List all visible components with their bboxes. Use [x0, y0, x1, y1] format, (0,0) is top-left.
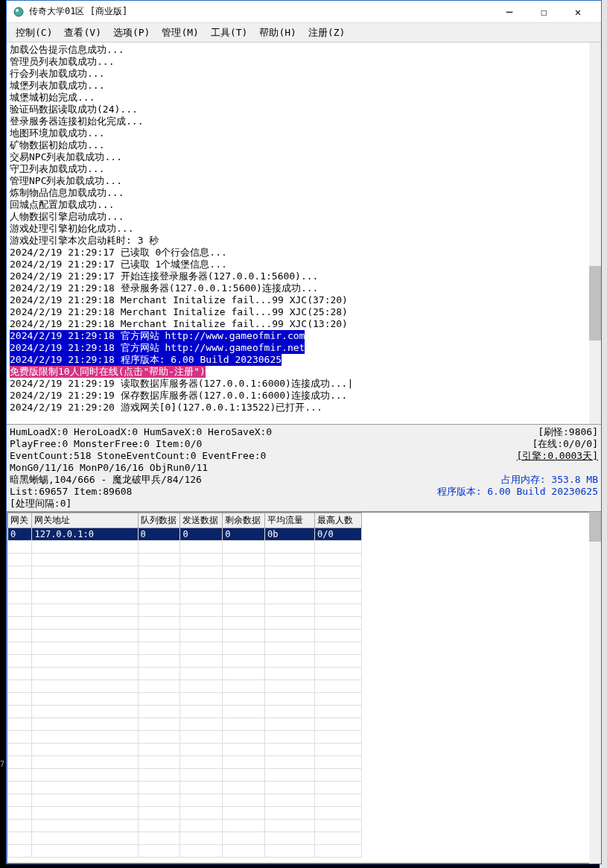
menu-register[interactable]: 注册(Z)	[302, 24, 351, 42]
grid-scrollbar[interactable]	[589, 512, 601, 864]
log-line: 2024/2/19 21:29:18 登录服务器(127.0.0.1:5600)…	[10, 282, 598, 294]
menu-control[interactable]: 控制(C)	[10, 24, 58, 42]
table-row[interactable]	[8, 693, 362, 706]
table-row[interactable]	[8, 668, 362, 680]
table-row[interactable]	[8, 832, 362, 845]
grid-header[interactable]: 平均流量	[265, 513, 315, 528]
log-line: 2024/2/19 21:29:18 官方网站 http://www.gameo…	[10, 330, 598, 342]
grid-header[interactable]: 发送数据	[180, 513, 223, 528]
log-line: 守卫列表加载成功...	[10, 163, 598, 175]
log-line: 免费版限制10人同时在线(点击"帮助-注册")	[10, 366, 598, 378]
log-line: 2024/2/19 21:29:18 Merchant Initalize fa…	[10, 294, 598, 306]
gateway-table-area: 网关网关地址队列数据发送数据剩余数据平均流量最高人数 0127.0.0.1:00…	[7, 512, 601, 864]
log-line: 矿物数据初始成功...	[10, 139, 598, 151]
table-row[interactable]	[8, 756, 362, 769]
grid-header[interactable]: 剩余数据	[223, 513, 265, 528]
table-row[interactable]	[8, 718, 362, 731]
log-line: 管理员列表加载成功...	[10, 56, 598, 68]
minimize-button[interactable]: ─	[492, 1, 527, 23]
log-line: 炼制物品信息加载成功...	[10, 187, 598, 199]
menu-tools[interactable]: 工具(T)	[205, 24, 253, 42]
close-button[interactable]: ✕	[561, 1, 595, 23]
table-row[interactable]	[8, 630, 362, 642]
app-icon	[13, 6, 25, 18]
table-row[interactable]	[8, 680, 362, 693]
table-row[interactable]	[8, 807, 362, 820]
svg-point-1	[16, 9, 19, 12]
menu-manage[interactable]: 管理(M)	[156, 24, 204, 42]
log-line: 2024/2/19 21:29:19 保存数据库服务器(127.0.0.1:60…	[10, 390, 598, 402]
table-row[interactable]	[8, 592, 362, 604]
log-scrollbar[interactable]	[589, 42, 601, 424]
table-row[interactable]	[8, 769, 362, 782]
log-panel: 加载公告提示信息成功...管理员列表加载成功...行会列表加载成功...城堡列表…	[7, 42, 601, 424]
table-row[interactable]	[8, 642, 362, 655]
svg-point-0	[14, 7, 23, 16]
log-line: 游戏处理引擎本次启动耗时: 3 秒	[10, 235, 598, 247]
log-line: 地图环境加载成功...	[10, 127, 598, 139]
grid-header[interactable]: 队列数据	[138, 513, 180, 528]
gateway-grid[interactable]: 网关网关地址队列数据发送数据剩余数据平均流量最高人数 0127.0.0.1:00…	[7, 512, 601, 864]
log-line: 2024/2/19 21:29:20 游戏网关[0](127.0.0.1:135…	[10, 402, 598, 414]
table-row[interactable]	[8, 845, 362, 858]
log-line: 加载公告提示信息成功...	[10, 44, 598, 56]
log-line: 2024/2/19 21:29:17 开始连接登录服务器(127.0.0.1:5…	[10, 270, 598, 282]
log-line: 行会列表加载成功...	[10, 68, 598, 80]
log-line: 2024/2/19 21:29:17 已读取 1个城堡信息...	[10, 259, 598, 270]
menu-options[interactable]: 选项(P)	[107, 24, 156, 42]
table-row[interactable]	[8, 655, 362, 668]
table-row[interactable]	[8, 731, 362, 744]
log-line: 2024/2/19 21:29:18 Merchant Initalize fa…	[10, 318, 598, 330]
log-line: 验证码数据读取成功(24)...	[10, 104, 598, 115]
table-row[interactable]	[8, 794, 362, 807]
grid-header[interactable]: 网关地址	[32, 513, 138, 528]
log-line: 2024/2/19 21:29:18 程序版本: 6.00 Build 2023…	[10, 354, 598, 366]
table-row[interactable]	[8, 604, 362, 617]
table-row[interactable]	[8, 617, 362, 630]
menu-help[interactable]: 帮助(H)	[253, 24, 302, 42]
grid-header[interactable]: 最高人数	[315, 513, 362, 528]
table-row[interactable]	[8, 579, 362, 592]
titlebar: 传奇大学01区 [商业版] ─ ☐ ✕	[7, 1, 601, 23]
table-row[interactable]	[8, 566, 362, 579]
log-line: 2024/2/19 21:29:17 已读取 0个行会信息...	[10, 247, 598, 259]
log-line: 城堡城初始完成...	[10, 92, 598, 104]
table-row[interactable]	[8, 541, 362, 554]
table-row[interactable]	[8, 744, 362, 756]
log-line: 2024/2/19 21:29:18 官方网站 http://www.gameo…	[10, 342, 598, 354]
log-line: 城堡列表加载成功...	[10, 80, 598, 92]
menubar: 控制(C) 查看(V) 选项(P) 管理(M) 工具(T) 帮助(H) 注册(Z…	[7, 23, 601, 42]
log-line: 2024/2/19 21:29:19 读取数据库服务器(127.0.0.1:60…	[10, 378, 598, 390]
log-line: 管理NPC列表加载成功...	[10, 175, 598, 187]
table-row[interactable]	[8, 820, 362, 832]
log-line: 游戏处理引擎初始化成功...	[10, 223, 598, 235]
main-window: 传奇大学01区 [商业版] ─ ☐ ✕ 控制(C) 查看(V) 选项(P) 管理…	[6, 0, 602, 864]
table-row[interactable]	[8, 554, 362, 566]
log-line: 登录服务器连接初始化完成...	[10, 115, 598, 127]
maximize-button[interactable]: ☐	[527, 1, 561, 23]
table-row[interactable]	[8, 782, 362, 794]
grid-header[interactable]: 网关	[8, 513, 32, 528]
table-row[interactable]	[8, 706, 362, 718]
table-row[interactable]: 0127.0.0.1:00000b0/0	[8, 528, 362, 541]
log-line: 2024/2/19 21:29:18 Merchant Initalize fa…	[10, 306, 598, 318]
menu-view[interactable]: 查看(V)	[58, 24, 107, 42]
stats-panel: HumLoadX:0 HeroLoadX:0 HumSaveX:0 HeroSa…	[7, 424, 601, 512]
window-title: 传奇大学01区 [商业版]	[29, 5, 492, 18]
log-line: 交易NPC列表加载成功...	[10, 151, 598, 163]
log-line: 人物数据引擎启动成功...	[10, 211, 598, 223]
log-line: 回城点配置加载成功...	[10, 199, 598, 211]
